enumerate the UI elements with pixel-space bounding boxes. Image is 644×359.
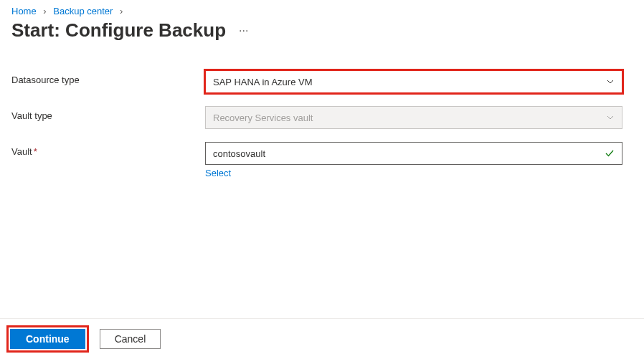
vault-input[interactable]: contosovault (205, 142, 622, 165)
datasource-type-label: Datasource type (11, 70, 205, 85)
form-row-datasource: Datasource type SAP HANA in Azure VM (11, 70, 633, 93)
breadcrumb: Home › Backup center › (0, 0, 644, 19)
vault-type-value: Recovery Services vault (213, 113, 313, 123)
footer: Continue Cancel (0, 318, 644, 359)
form-row-vault-type: Vault type Recovery Services vault (11, 106, 633, 129)
chevron-right-icon: › (43, 6, 46, 16)
form-row-vault: Vault* contosovault Select (11, 142, 633, 178)
breadcrumb-home[interactable]: Home (11, 6, 37, 16)
vault-label: Vault* (11, 142, 205, 157)
more-actions-icon[interactable]: ··· (239, 24, 248, 37)
page-header: Start: Configure Backup ··· (0, 19, 644, 56)
required-asterisk: * (34, 146, 37, 157)
vault-type-label: Vault type (11, 106, 205, 121)
chevron-right-icon: › (120, 6, 123, 16)
chevron-down-icon (606, 113, 615, 122)
vault-select-link[interactable]: Select (205, 168, 231, 178)
chevron-down-icon (606, 77, 615, 86)
vault-type-select: Recovery Services vault (205, 106, 622, 129)
datasource-type-select[interactable]: SAP HANA in Azure VM (205, 70, 622, 93)
continue-highlight: Continue (9, 327, 87, 350)
vault-value: contosovault (213, 148, 265, 159)
check-icon (605, 148, 615, 158)
form-area: Datasource type SAP HANA in Azure VM Vau… (0, 56, 644, 178)
cancel-button[interactable]: Cancel (100, 329, 161, 349)
continue-button[interactable]: Continue (10, 329, 85, 349)
page-title: Start: Configure Backup (11, 19, 226, 42)
datasource-type-value: SAP HANA in Azure VM (213, 77, 313, 87)
breadcrumb-backup-center[interactable]: Backup center (53, 6, 113, 16)
